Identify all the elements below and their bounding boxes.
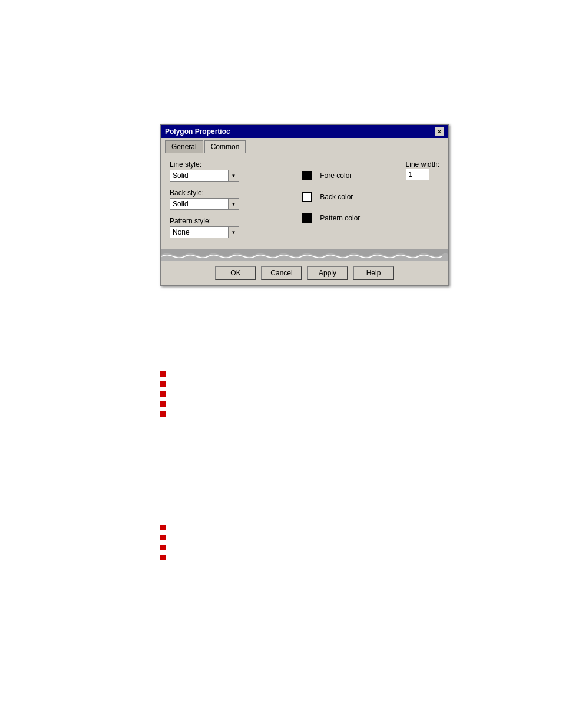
back-style-group: Back style: Solid ▼ — [170, 189, 239, 210]
list-item — [160, 371, 171, 377]
bullet-section-top — [160, 371, 171, 421]
ok-button[interactable]: OK — [215, 266, 256, 280]
dialog-content: Line style: Solid ▼ Back style: Solid — [161, 153, 448, 249]
bullet-icon — [160, 555, 166, 560]
line-style-dropdown-wrapper: Solid ▼ — [170, 170, 239, 182]
line-style-select[interactable]: Solid — [170, 170, 229, 182]
line-style-label: Line style: — [170, 160, 239, 169]
dialog-titlebar: Polygon Propertioc × — [161, 125, 448, 138]
back-style-dropdown-wrapper: Solid ▼ — [170, 198, 239, 210]
pattern-style-dropdown-arrow[interactable]: ▼ — [229, 226, 239, 238]
line-width-group: Line width: — [406, 160, 439, 180]
list-item — [160, 525, 171, 530]
fore-color-row: Fore color — [302, 171, 360, 180]
back-style-select[interactable]: Solid — [170, 198, 229, 210]
help-button[interactable]: Help — [353, 266, 394, 280]
line-width-input[interactable] — [406, 169, 429, 180]
pattern-style-select[interactable]: None — [170, 226, 229, 238]
list-item — [160, 545, 171, 550]
bullet-section-bottom — [160, 525, 171, 565]
list-item — [160, 535, 171, 540]
dialog-title: Polygon Propertioc — [165, 127, 230, 136]
close-button[interactable]: × — [435, 127, 444, 136]
list-item — [160, 401, 171, 407]
line-width-label: Line width: — [406, 160, 439, 169]
bullet-icon — [160, 391, 166, 397]
bullet-icon — [160, 525, 166, 530]
list-item — [160, 411, 171, 417]
fore-color-swatch[interactable] — [302, 171, 312, 180]
back-color-label: Back color — [320, 193, 353, 201]
line-style-dropdown-arrow[interactable]: ▼ — [229, 170, 239, 182]
properties-area: Line style: Solid ▼ Back style: Solid — [170, 160, 439, 242]
pattern-style-group: Pattern style: None ▼ — [170, 217, 239, 238]
bullet-icon — [160, 535, 166, 540]
pattern-style-dropdown-wrapper: None ▼ — [170, 226, 239, 238]
bullet-icon — [160, 371, 166, 377]
back-color-row: Back color — [302, 192, 360, 202]
dialog-buttons-area: OK Cancel Apply Help — [161, 261, 448, 285]
pattern-style-label: Pattern style: — [170, 217, 239, 225]
dialog-tabs: General Common — [161, 138, 448, 153]
back-style-dropdown-arrow[interactable]: ▼ — [229, 198, 239, 210]
apply-button[interactable]: Apply — [307, 266, 348, 280]
middle-column: Fore color Back color Pattern color — [302, 171, 360, 228]
bullet-icon — [160, 411, 166, 417]
back-color-swatch[interactable] — [302, 192, 312, 202]
bullet-icon — [160, 545, 166, 550]
pattern-color-label: Pattern color — [320, 214, 360, 222]
list-item — [160, 391, 171, 397]
cancel-button[interactable]: Cancel — [261, 266, 302, 280]
left-column: Line style: Solid ▼ Back style: Solid — [170, 160, 239, 242]
list-item — [160, 555, 171, 560]
pattern-color-row: Pattern color — [302, 213, 360, 223]
tab-common[interactable]: Common — [204, 140, 246, 153]
bullet-icon — [160, 381, 166, 387]
tab-general[interactable]: General — [165, 140, 203, 153]
bullet-icon — [160, 401, 166, 407]
wavy-separator — [161, 249, 448, 261]
pattern-color-swatch[interactable] — [302, 213, 312, 223]
fore-color-label: Fore color — [320, 172, 352, 180]
line-style-group: Line style: Solid ▼ — [170, 160, 239, 182]
back-style-label: Back style: — [170, 189, 239, 197]
polygon-properties-dialog: Polygon Propertioc × General Common Line… — [160, 124, 449, 286]
list-item — [160, 381, 171, 387]
